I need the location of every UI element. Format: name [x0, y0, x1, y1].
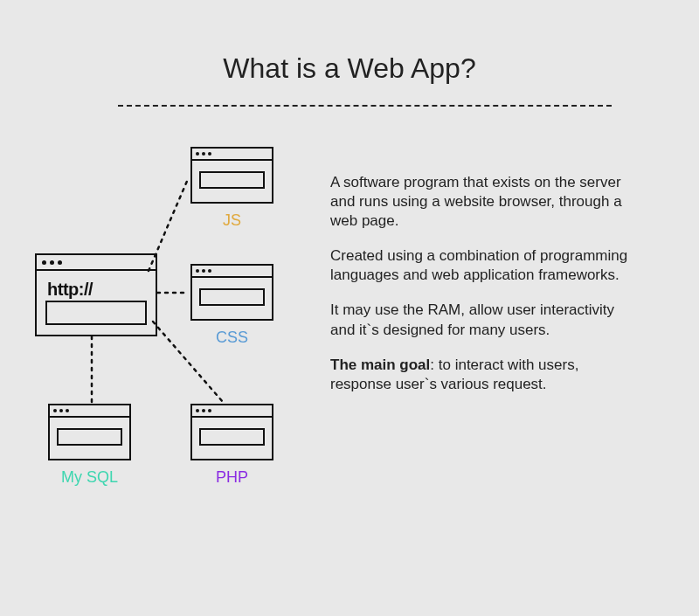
window-inner-bar: [199, 171, 265, 189]
paragraph-1: A software program that exists on the se…: [330, 173, 636, 231]
node-css-window: [190, 264, 273, 321]
window-inner-bar: [57, 428, 122, 446]
main-node-label: http://: [47, 280, 93, 300]
diagram-title: What is a Web App?: [0, 52, 699, 85]
paragraph-2: Created using a combination of programmi…: [330, 246, 636, 285]
window-titlebar: [192, 149, 272, 161]
description-text: A software program that exists on the se…: [330, 173, 636, 410]
window-titlebar: [37, 255, 156, 271]
window-inner-bar: [45, 301, 147, 325]
window-inner-bar: [199, 288, 265, 306]
window-titlebar: [192, 405, 272, 418]
node-js-window: [190, 147, 273, 204]
node-php-label: PHP: [190, 468, 273, 487]
window-titlebar: [50, 405, 129, 418]
paragraph-4-bold: The main goal: [330, 356, 430, 373]
main-node-window: http://: [35, 253, 157, 336]
node-mysql-window: [48, 404, 131, 460]
window-titlebar: [192, 266, 272, 278]
node-css-label: CSS: [190, 329, 273, 347]
node-js-label: JS: [190, 211, 273, 230]
paragraph-3: It may use the RAM, allow user interacti…: [330, 301, 636, 339]
node-mysql-label: My SQL: [35, 468, 144, 487]
node-php-window: [190, 404, 273, 460]
window-inner-bar: [199, 428, 265, 446]
divider: [118, 105, 612, 107]
paragraph-4: The main goal: to interact with users, r…: [330, 356, 636, 394]
